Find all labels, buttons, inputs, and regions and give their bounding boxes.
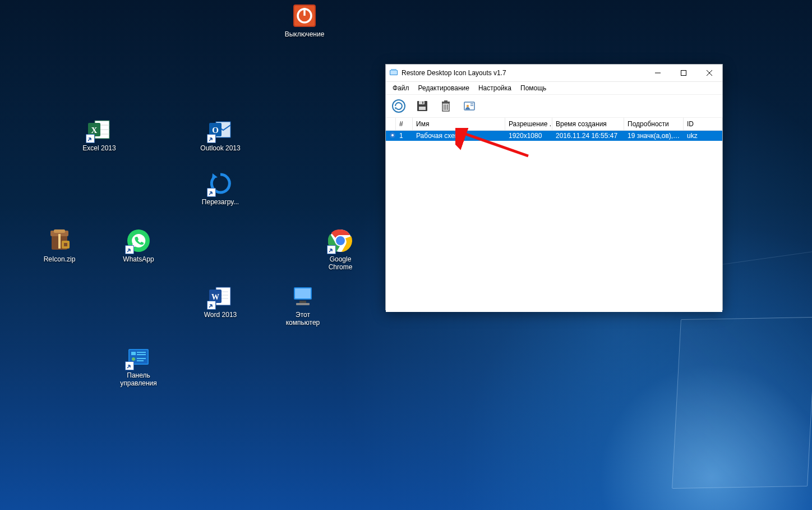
- menu-bar: Файл Редактирование Настройка Помощь: [386, 82, 722, 94]
- cell-index: 1: [396, 132, 413, 140]
- col-index[interactable]: #: [396, 118, 413, 130]
- outlook-icon: [208, 117, 233, 142]
- row-status-icon: [386, 132, 396, 140]
- window-buttons: [645, 65, 722, 81]
- maximize-button[interactable]: [671, 65, 696, 81]
- shortcut-overlay-icon: [207, 134, 216, 143]
- restore-button[interactable]: [389, 97, 408, 116]
- save-button[interactable]: [413, 97, 432, 116]
- about-button[interactable]: [460, 97, 479, 116]
- svg-rect-17: [444, 100, 447, 102]
- shortcut-overlay-icon: [125, 361, 134, 370]
- shortcut-overlay-icon: [207, 301, 216, 310]
- desktop-icon-label: Google Chrome: [317, 255, 364, 271]
- delete-button[interactable]: [436, 97, 455, 116]
- desktop-icon-label: Панель управления: [115, 371, 162, 387]
- desktop-icon-label: Перезагру...: [202, 198, 239, 206]
- desktop-icon-relcon[interactable]: ReIcon.zip: [36, 228, 83, 263]
- desktop[interactable]: Restore Desktop Icon Layouts v1.7 Файл Р…: [0, 0, 812, 510]
- list-body[interactable]: 1 Рабочая схема 1920x1080 2016.11.24 16:…: [386, 131, 722, 312]
- svg-point-23: [391, 134, 394, 136]
- desktop-icon-thispc[interactable]: Этот компьютер: [279, 284, 326, 327]
- svg-point-19: [467, 105, 469, 107]
- titlebar[interactable]: Restore Desktop Icon Layouts v1.7: [386, 65, 722, 82]
- svg-rect-2: [390, 71, 397, 75]
- cell-res: 1920x1080: [505, 132, 552, 140]
- svg-rect-4: [681, 71, 686, 76]
- menu-edit[interactable]: Редактирование: [414, 83, 474, 93]
- svg-rect-16: [442, 102, 450, 103]
- col-name[interactable]: Имя: [413, 118, 505, 130]
- svg-point-7: [393, 100, 405, 112]
- shortcut-overlay-icon: [207, 188, 216, 197]
- desktop-icon-label: Excel 2013: [82, 144, 116, 152]
- chrome-icon: [328, 228, 353, 253]
- excel-icon: [87, 117, 112, 142]
- toolbar: [386, 94, 722, 118]
- desktop-icon-shutdown[interactable]: Выключение: [281, 3, 328, 38]
- desktop-icon-label: ReIcon.zip: [44, 255, 76, 263]
- col-det[interactable]: Подробности: [624, 118, 684, 130]
- desktop-icon-label: Этот компьютер: [279, 311, 326, 327]
- desktop-icon-word[interactable]: Word 2013: [197, 284, 244, 319]
- menu-settings[interactable]: Настройка: [474, 83, 516, 93]
- shortcut-overlay-icon: [125, 245, 134, 254]
- minimize-button[interactable]: [645, 65, 671, 81]
- close-button[interactable]: [696, 65, 722, 81]
- desktop-icon-outlook[interactable]: Outlook 2013: [197, 117, 244, 152]
- desktop-icon-label: Выключение: [285, 30, 325, 38]
- menu-help[interactable]: Помощь: [516, 83, 551, 93]
- thispc-icon: [290, 284, 315, 309]
- app-icon: [389, 68, 398, 79]
- desktop-icon-label: Outlook 2013: [200, 144, 240, 152]
- cell-time: 2016.11.24 16:55:47: [552, 132, 624, 140]
- shortcut-overlay-icon: [86, 134, 95, 143]
- restart-icon: [208, 171, 233, 196]
- cpanel-icon: [126, 344, 151, 369]
- app-title: Restore Desktop Icon Layouts v1.7: [402, 69, 506, 77]
- word-icon: [208, 284, 233, 309]
- desktop-icon-chrome[interactable]: Google Chrome: [317, 228, 364, 271]
- col-id[interactable]: ID: [684, 118, 722, 130]
- cell-name: Рабочая схема: [413, 132, 505, 140]
- table-row[interactable]: 1 Рабочая схема 1920x1080 2016.11.24 16:…: [386, 131, 722, 141]
- shutdown-icon: [292, 3, 317, 28]
- col-spacer: [386, 118, 396, 130]
- list-header: # Имя Разрешение ... Время создания Подр…: [386, 118, 722, 131]
- col-time[interactable]: Время создания: [552, 118, 624, 130]
- svg-rect-1: [391, 69, 396, 71]
- cell-det: 19 значк(а,ов), help: [624, 132, 684, 140]
- svg-rect-11: [422, 102, 423, 104]
- desktop-icon-cpanel[interactable]: Панель управления: [115, 344, 162, 387]
- desktop-icon-whatsapp[interactable]: WhatsApp: [115, 228, 162, 263]
- whatsapp-icon: [126, 228, 151, 253]
- cell-id: ukz: [684, 132, 722, 140]
- desktop-icon-label: WhatsApp: [123, 255, 154, 263]
- desktop-icon-excel[interactable]: Excel 2013: [76, 117, 123, 152]
- desktop-icon-label: Word 2013: [204, 311, 237, 319]
- light-streak: [672, 317, 812, 489]
- shortcut-overlay-icon: [327, 245, 336, 254]
- svg-rect-9: [419, 101, 425, 104]
- col-res[interactable]: Разрешение ...: [505, 118, 552, 130]
- menu-file[interactable]: Файл: [388, 83, 414, 93]
- relcon-icon: [47, 228, 72, 253]
- svg-rect-10: [419, 107, 426, 110]
- desktop-icon-restart[interactable]: Перезагру...: [197, 171, 244, 206]
- app-window: Restore Desktop Icon Layouts v1.7 Файл Р…: [385, 64, 723, 310]
